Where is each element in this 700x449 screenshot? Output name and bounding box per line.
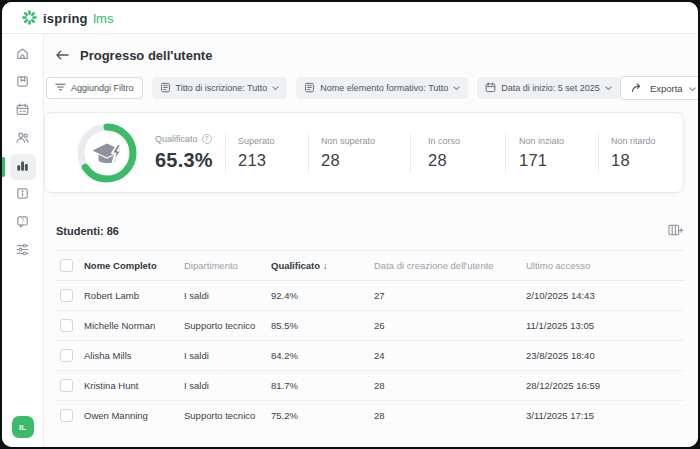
ispring-logo-icon [22,10,37,25]
sidebar-item-home[interactable] [2,41,44,69]
help-icon[interactable]: ? [202,134,212,144]
main-content: Progresso dell'utente Aggiundgi Filtro T… [44,34,698,447]
column-header-qualified[interactable]: Qualificato↓ [271,251,374,281]
cell-department: I saldi [184,281,271,311]
qualified-donut-chart [75,121,139,185]
sidebar-item-settings[interactable] [2,237,44,265]
students-count-title: Studenti: 86 [56,225,119,237]
export-button[interactable]: Exporta [620,76,698,100]
sidebar-item-calendar[interactable] [2,97,44,125]
logo-lms-text: lms [93,11,113,26]
settings-sliders-icon [15,242,30,261]
app-window: ispring lms ? [2,2,698,447]
column-header-last-access[interactable]: Ultimo accesso [526,251,684,281]
back-button[interactable] [56,48,69,63]
chevron-down-icon [272,83,279,93]
sidebar-item-kiosk[interactable] [2,181,44,209]
cell-qualified: 84.2% [271,341,374,371]
stat-label: Non superato [321,136,410,146]
content-filter-chip[interactable]: Nome elemento formativo: Tutto [296,77,468,99]
logo-wordmark: ispring lms [43,9,113,27]
cell-name: Kristina Hunt [84,371,184,401]
cell-last-access: 2/10/2025 14:43 [526,281,684,311]
cell-created: 28 [374,371,526,401]
column-header-created[interactable]: Data di creazione dell'utente [374,251,526,281]
sidebar: ? IL [2,34,44,447]
table-header-row: Nome Completo Dipartimento Qualificato↓ … [56,251,684,281]
column-header-department[interactable]: Dipartimento [184,251,271,281]
row-checkbox[interactable] [60,409,73,422]
users-icon [15,130,30,149]
stat-value: 18 [611,151,678,170]
row-checkbox[interactable] [60,319,73,332]
cell-created: 27 [374,281,526,311]
column-header-name[interactable]: Nome Completo [84,251,184,281]
add-filter-button[interactable]: Aggiundgi Filtro [46,77,143,99]
stat-value: 213 [238,151,308,170]
row-checkbox[interactable] [60,349,73,362]
row-checkbox[interactable] [60,379,73,392]
start-date-filter-chip[interactable]: Data di inizio: 5 set 2025 [477,77,620,99]
chevron-down-icon [605,83,612,93]
arrow-left-icon [56,48,69,63]
cell-created: 24 [374,341,526,371]
home-icon [15,46,30,65]
cell-department: Supporto tecnico [184,311,271,341]
sidebar-item-feedback[interactable]: ? [2,209,44,237]
cell-name: Michelle Norman [84,311,184,341]
cell-name: Robert Lamb [84,281,184,311]
table-row[interactable]: Alisha Mills I saldi 84.2% 24 23/8/2025 … [56,341,684,371]
table-row[interactable]: Kristina Hunt I saldi 81.7% 28 28/12/202… [56,371,684,401]
sort-desc-icon: ↓ [323,261,328,271]
table-row[interactable]: Robert Lamb I saldi 92.4% 27 2/10/2025 1… [56,281,684,311]
page-title: Progresso dell'utente [80,48,212,63]
manage-columns-button[interactable] [668,224,684,239]
chevron-down-icon [689,83,696,94]
chevron-down-icon [453,83,460,93]
sidebar-item-reports[interactable] [2,153,44,181]
stat-value: 171 [519,151,598,170]
stat-label: In corso [428,136,505,146]
user-avatar[interactable]: IL [12,416,34,438]
reports-icon [15,158,30,177]
stat-value: 65.3% [155,149,225,172]
enrollment-filter-chip[interactable]: Titto di iscrizione: Tutto [152,77,288,99]
sidebar-item-library[interactable] [2,69,44,97]
cell-qualified: 85.5% [271,311,374,341]
stat-value: 28 [321,151,410,170]
logo-ispring-text: ispring [43,11,88,26]
stat-label: Qualificato [155,134,198,144]
cell-name: Alisha Mills [84,341,184,371]
add-filter-label: Aggiundgi Filtro [71,83,134,93]
students-table: Nome Completo Dipartimento Qualificato↓ … [56,250,684,431]
cell-created: 28 [374,401,526,431]
enrollment-filter-label: Titto di iscrizione: Tutto [176,83,268,93]
cell-department: I saldi [184,341,271,371]
svg-text:?: ? [21,217,25,224]
cell-created: 26 [374,311,526,341]
kiosk-icon [15,186,30,205]
graduation-cap-bolt-icon [93,143,122,163]
export-label: Exporta [650,83,683,94]
stat-label: Non ritardo [611,136,678,146]
stat-in-corso: In corso 28 [410,134,505,172]
table-row[interactable]: Michelle Norman Supporto tecnico 85.5% 2… [56,311,684,341]
summary-card: Qualificato? 65.3% Superato 213 Non supe… [44,112,684,193]
table-row[interactable]: Owen Manning Supporto tecnico 75.2% 28 3… [56,401,684,431]
calendar-icon [15,102,30,121]
stat-qualificato: Qualificato? 65.3% [155,134,225,172]
row-checkbox[interactable] [60,289,73,302]
columns-plus-icon [668,224,684,239]
cell-department: Supporto tecnico [184,401,271,431]
cell-last-access: 11/1/2025 13:05 [526,311,684,341]
clipboard-icon [160,82,171,95]
stat-value: 28 [428,151,505,170]
library-icon [15,74,30,93]
select-all-checkbox[interactable] [60,259,73,272]
sidebar-item-users[interactable] [2,125,44,153]
cell-last-access: 3/11/2025 17:15 [526,401,684,431]
topbar: ispring lms [2,2,698,34]
stat-label: Non inziato [519,136,598,146]
stat-non-inziato: Non inziato 171 [505,134,598,172]
feedback-icon: ? [15,214,30,233]
